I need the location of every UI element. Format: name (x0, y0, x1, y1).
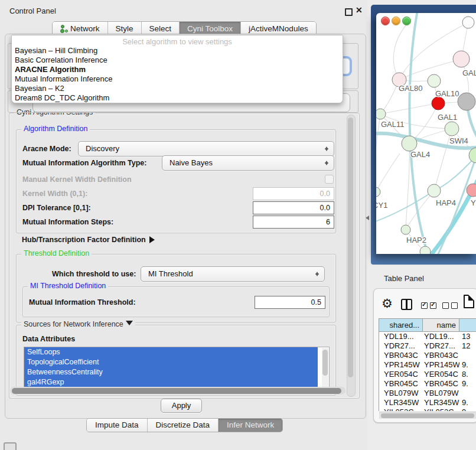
table-panel: ⚙ shared...name YDL19...YDL19...13YDR27.… (373, 288, 476, 423)
table-row[interactable]: YPR145WYPR145W9. (379, 360, 476, 370)
table-row[interactable]: YIL052CYIL052C9. (379, 407, 476, 411)
attribute-table[interactable]: shared...name YDL19...YDL19...13YDR27...… (379, 318, 476, 411)
dpi-tolerance-field[interactable]: 0.0 (253, 201, 334, 214)
split-columns-icon[interactable] (401, 299, 412, 310)
tab-label: Style (116, 24, 133, 33)
kernel-width-label: Kernel Width (0,1): (22, 190, 87, 198)
network-icon (60, 25, 67, 32)
sources-group: Sources for Network Inference Data Attri… (16, 325, 336, 396)
close-traffic-light[interactable] (381, 17, 390, 25)
sources-group-title[interactable]: Sources for Network Inference (21, 320, 135, 329)
table-cell: 9. (459, 398, 476, 407)
float-window-icon[interactable] (345, 8, 353, 16)
dropdown-item-bayesian-hill-climbing[interactable]: Bayesian – Hill Climbing (12, 46, 343, 56)
bottom-tab-discretize-data[interactable]: Discretize Data (148, 419, 219, 432)
dropdown-item-basic-correlation-inference[interactable]: Basic Correlation Inference (12, 56, 343, 65)
select-checkboxes-icon[interactable] (421, 302, 436, 309)
table-cell: 9. (459, 407, 476, 411)
dropdown-item-dream8-dc-tdc-algorithm[interactable]: Dream8 DC_TDC Algorithm (12, 93, 343, 103)
close-icon[interactable]: ✕ (356, 5, 363, 15)
table-cell: YBL079W (423, 389, 459, 398)
network-window[interactable]: GALGAL80GAL10GAL11GAL1SWI4GAL4GCY1HAP4YH… (376, 13, 476, 254)
gear-icon[interactable]: ⚙ (382, 297, 393, 309)
list-scrollbar[interactable] (322, 348, 328, 389)
table-cell: 9. (459, 379, 476, 389)
mi-steps-field[interactable]: 6 (253, 216, 334, 229)
network-node[interactable] (453, 51, 470, 67)
network-node[interactable] (376, 187, 380, 197)
bottom-tab-infer-network[interactable]: Infer Network (219, 419, 282, 432)
table-cell: YPR145W (379, 360, 423, 370)
threshold-definition-title: Threshold Definition (21, 249, 92, 257)
new-document-icon[interactable] (464, 295, 474, 308)
network-node[interactable] (428, 184, 441, 197)
settings-vertical-scrollbar[interactable] (347, 115, 356, 397)
mi-threshold-field[interactable]: 0.5 (255, 296, 325, 309)
stepper-arrows-icon (324, 144, 330, 154)
dropdown-item-mutual-information-inference[interactable]: Mutual Information Inference (12, 74, 343, 84)
table-row[interactable]: YBR043CYBR043C (379, 351, 476, 360)
table-horizontal-scrollbar[interactable] (379, 412, 476, 419)
mi-type-combo[interactable]: Naive Bayes (162, 155, 334, 171)
table-cell: YLR345W (379, 398, 423, 407)
attribute-item-topologicalcoefficient[interactable]: TopologicalCoefficient (24, 357, 318, 367)
table-cell: YBR043C (423, 351, 459, 360)
node-label-gcy1: GCY1 (376, 201, 387, 210)
network-node[interactable] (469, 148, 476, 163)
algorithm-dropdown-popup: Select algorithm to view settings Bayesi… (11, 35, 343, 103)
minimize-traffic-light[interactable] (392, 17, 400, 25)
dropdown-item-bayesian-k2[interactable]: Bayesian – K2 (12, 84, 343, 93)
table-cell: YDL19... (379, 332, 423, 341)
network-node[interactable] (402, 136, 417, 151)
dropdown-item-aracne-algorithm[interactable]: ARACNE Algorithm (12, 65, 343, 74)
column-header-name[interactable]: name (423, 319, 459, 331)
manual-kernel-label: Manual Kernel Width Definition (22, 175, 132, 184)
network-node[interactable] (462, 17, 474, 28)
data-attributes-list[interactable]: SelfLoopsTopologicalCoefficientBetweenne… (24, 347, 330, 390)
minimized-panel-icon[interactable] (4, 442, 17, 450)
attribute-item-betweennesscentrality[interactable]: BetweennessCentrality (24, 367, 318, 377)
table-row[interactable]: YBR045CYBR045C9. (379, 379, 476, 389)
network-node[interactable] (445, 122, 459, 136)
table-row[interactable]: YLR345WYLR345W9. (379, 398, 476, 407)
table-row[interactable]: YDL19...YDL19...13 (379, 332, 476, 341)
dpi-tolerance-label: DPI Tolerance [0,1]: (22, 204, 91, 212)
network-canvas[interactable]: GALGAL80GAL10GAL11GAL1SWI4GAL4GCY1HAP4YH… (376, 13, 476, 254)
table-row[interactable]: YDR27...YDR27...12 (379, 341, 476, 351)
node-label-gal80: GAL80 (399, 84, 422, 93)
apply-button[interactable]: Apply (161, 399, 202, 413)
network-node[interactable] (420, 246, 431, 254)
network-node[interactable] (401, 225, 410, 234)
splitter-collapse-icon[interactable] (363, 216, 369, 220)
table-cell: 13 (459, 332, 476, 341)
zoom-traffic-light[interactable] (402, 17, 411, 25)
deselect-checkboxes-icon[interactable] (442, 302, 458, 309)
table-row[interactable]: YBL079WYBL079W (379, 389, 476, 398)
manual-kernel-checkbox[interactable] (325, 175, 334, 184)
network-node[interactable] (432, 97, 445, 110)
column-header-shared[interactable]: shared... (379, 319, 423, 331)
algorithm-definition-group: Algorithm Definition Aracne Mode: Discov… (16, 129, 336, 233)
attribute-item-selfloops[interactable]: SelfLoops (24, 347, 318, 357)
expanded-arrow-icon (126, 321, 133, 329)
settings-horizontal-scrollbar[interactable] (10, 387, 345, 394)
column-header-clipped[interactable] (459, 319, 476, 331)
kernel-width-field[interactable]: 0.0 (253, 187, 334, 200)
tab-label: jActiveMNodules (249, 24, 308, 33)
stepper-arrows-icon (324, 158, 330, 168)
table-row[interactable]: YER054CYER054C8. (379, 370, 476, 379)
table-cell: YBR043C (379, 351, 423, 360)
attribute-item-gal4rgexp[interactable]: gal4RGexp (24, 377, 318, 387)
network-node[interactable] (376, 109, 386, 119)
network-node[interactable] (458, 93, 475, 110)
which-threshold-label: Which threshold to use: (52, 270, 136, 278)
sources-title-text: Sources for Network Inference (24, 320, 123, 328)
data-attributes-label: Data Attributes (22, 335, 75, 343)
tab-label: Cyni Toolbox (187, 24, 233, 33)
aracne-mode-combo[interactable]: Discovery (78, 141, 334, 156)
bottom-tab-impute-data[interactable]: Impute Data (87, 419, 148, 432)
stepper-arrows-icon (315, 269, 320, 279)
hub-definition-toggle[interactable]: Hub/Transcription Factor Definition (22, 236, 158, 244)
which-threshold-combo[interactable]: MI Threshold (141, 266, 325, 282)
network-node[interactable] (428, 74, 441, 87)
